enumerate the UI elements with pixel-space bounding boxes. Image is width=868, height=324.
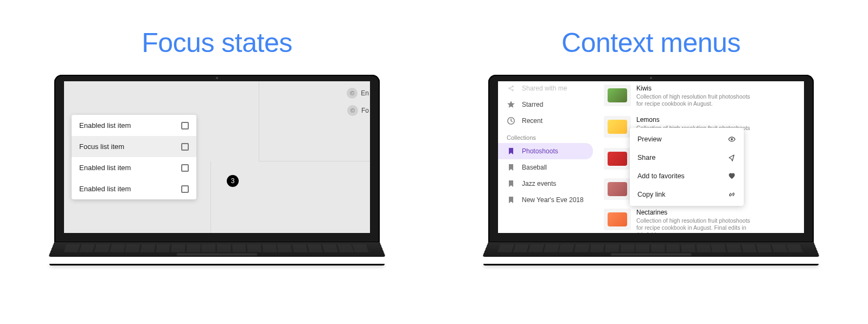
bookmark-icon — [507, 196, 515, 204]
list-item-label: Enabled list item — [79, 121, 131, 129]
item-subtitle: Collection of high resolution fruit phot… — [636, 93, 756, 107]
content-item[interactable]: Nectarines Collection of high resolution… — [598, 204, 804, 234]
context-menus-column: Context menus Shared with me Starr — [434, 27, 868, 265]
menu-item-label: Add to favorites — [637, 172, 685, 180]
list-item[interactable]: Enabled list item — [72, 115, 196, 136]
page-row: Focus states © En © Fo — [0, 0, 868, 265]
list-item-label: Focus list item — [79, 142, 124, 151]
eye-icon — [727, 135, 736, 144]
thumbnail-swatch — [608, 182, 627, 196]
laptop-keyboard — [482, 242, 819, 257]
sidebar: Shared with me Starred Recent Collection… — [498, 81, 598, 233]
item-subtitle: Collection of high resolution fruit phot… — [636, 217, 756, 234]
sidebar-item-label: Photoshoots — [522, 147, 558, 155]
laptop-focus: © En © Fo Enabled list item — [54, 75, 380, 265]
menu-item-copy-link[interactable]: Copy link — [630, 185, 744, 204]
chip-enabled[interactable]: © En — [344, 86, 370, 101]
focus-right-panel: © En © Fo — [259, 81, 370, 161]
sidebar-item-label: Baseball — [522, 164, 547, 171]
thumbnail — [604, 116, 631, 138]
thumbnail-swatch — [608, 120, 627, 134]
sidebar-item-jazz[interactable]: Jazz events — [498, 176, 598, 192]
thumbnail — [604, 209, 631, 230]
camera-dot — [650, 77, 652, 79]
laptop-bezel: Shared with me Starred Recent Collection… — [488, 75, 814, 243]
menu-item-label: Preview — [637, 135, 661, 143]
laptop-base — [483, 264, 819, 265]
sidebar-item-baseball[interactable]: Baseball — [498, 159, 598, 176]
screen-context: Shared with me Starred Recent Collection… — [498, 81, 804, 233]
laptop-bezel: © En © Fo Enabled list item — [54, 75, 380, 243]
sidebar-item-label: Shared with me — [522, 85, 567, 92]
item-meta: Nectarines Collection of high resolution… — [636, 209, 756, 234]
link-icon — [727, 190, 736, 199]
avatar-icon: © — [347, 105, 358, 116]
sidebar-section-header: Collections — [498, 129, 598, 143]
checkbox-icon[interactable] — [181, 122, 189, 129]
list-item-focused[interactable]: Focus list item — [72, 136, 196, 157]
list-item-label: Enabled list item — [79, 164, 131, 172]
sidebar-item-label: Starred — [522, 101, 543, 108]
checkbox-icon[interactable] — [181, 143, 189, 151]
menu-item-label: Copy link — [637, 191, 665, 198]
sidebar-item-recent[interactable]: Recent — [498, 113, 598, 129]
heart-icon — [727, 172, 736, 180]
menu-item-preview[interactable]: Preview — [630, 130, 744, 148]
share-icon — [727, 153, 736, 162]
sidebar-item-label: Jazz events — [522, 180, 556, 187]
camera-dot — [216, 77, 218, 79]
list-item-label: Enabled list item — [79, 185, 131, 193]
sidebar-item-label: Recent — [522, 117, 542, 125]
thumbnail-swatch — [608, 152, 627, 166]
bookmark-icon — [507, 147, 515, 155]
chip-focus[interactable]: © Fo — [345, 103, 370, 118]
sidebar-item-starred[interactable]: Starred — [498, 96, 598, 113]
heading-context: Context menus — [561, 27, 741, 59]
bookmark-icon — [507, 163, 515, 172]
sidebar-item-nye[interactable]: New Year's Eve 2018 — [498, 192, 598, 208]
chip-label: Fo — [361, 107, 369, 114]
focus-demo-root: © En © Fo Enabled list item — [64, 81, 370, 233]
thumbnail-swatch — [608, 88, 627, 102]
thumbnail — [604, 148, 631, 170]
thumbnail-swatch — [608, 212, 627, 226]
laptop-context: Shared with me Starred Recent Collection… — [488, 75, 814, 265]
context-demo-root: Shared with me Starred Recent Collection… — [498, 81, 804, 233]
screen-focus: © En © Fo Enabled list item — [64, 81, 370, 233]
star-icon — [507, 100, 515, 109]
list-item[interactable]: Enabled list item — [72, 178, 196, 199]
step-badge: 3 — [227, 175, 239, 187]
thumbnail — [604, 85, 631, 106]
item-title: Kiwis — [636, 85, 756, 92]
content-item[interactable]: Kiwis Collection of high resolution frui… — [598, 81, 804, 112]
chip-label: En — [361, 89, 369, 97]
avatar-icon: © — [347, 88, 358, 99]
item-title: Nectarines — [636, 209, 756, 216]
clock-icon — [507, 116, 515, 125]
menu-item-share[interactable]: Share — [630, 148, 744, 167]
laptop-base — [49, 264, 385, 265]
content-area: Kiwis Collection of high resolution frui… — [598, 81, 804, 233]
item-title: Lemons — [636, 116, 756, 124]
list-item[interactable]: Enabled list item — [72, 157, 196, 178]
checkbox-icon[interactable] — [181, 185, 189, 193]
thumbnail — [604, 178, 631, 200]
sidebar-item-label: New Year's Eve 2018 — [522, 196, 584, 204]
focus-list-card: Enabled list item Focus list item Enable… — [72, 115, 196, 199]
laptop-keyboard — [48, 242, 385, 257]
focus-states-column: Focus states © En © Fo — [0, 27, 434, 265]
menu-item-label: Share — [637, 154, 655, 161]
item-meta: Kiwis Collection of high resolution frui… — [636, 85, 756, 107]
share-icon — [507, 84, 515, 93]
sidebar-item-shared[interactable]: Shared with me — [498, 81, 598, 96]
menu-item-favorite[interactable]: Add to favorites — [630, 167, 744, 185]
bookmark-icon — [507, 179, 515, 188]
sidebar-item-photoshoots[interactable]: Photoshoots — [498, 143, 593, 159]
context-menu: Preview Share Add to favorites — [630, 128, 744, 206]
checkbox-icon[interactable] — [181, 164, 189, 172]
focus-bottom-panel — [210, 161, 370, 233]
heading-focus: Focus states — [142, 27, 292, 59]
